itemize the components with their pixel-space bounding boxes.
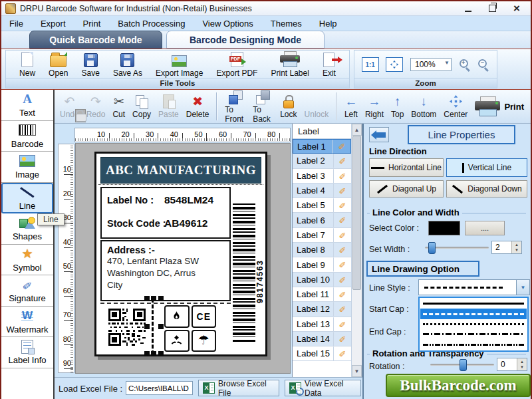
horizontal-line-button[interactable]: Horizontal Line xyxy=(369,158,444,177)
flammable-symbol[interactable] xyxy=(164,305,190,328)
edit-pencil-icon[interactable]: ✎ xyxy=(333,332,351,346)
more-colors-button[interactable]: .... xyxy=(465,221,505,235)
label-list-row[interactable]: Label 8✎ xyxy=(293,243,351,257)
browse-excel-button[interactable]: Browse Excel File xyxy=(198,380,279,396)
menu-item-themes[interactable]: Themes xyxy=(271,19,302,29)
label-address-box[interactable]: Address :- 470, Lenfant Plaza SW Washing… xyxy=(100,240,231,301)
line-style-option-dotted[interactable] xyxy=(420,319,527,329)
selected-line-object[interactable] xyxy=(152,299,154,354)
sidebar-item-signature[interactable]: ✎Signature xyxy=(1,275,53,307)
print-button[interactable]: Print xyxy=(475,96,525,116)
label-list-row[interactable]: Label 1✎ xyxy=(293,139,351,154)
selection-handle[interactable] xyxy=(158,324,164,329)
align-left-button[interactable]: ←Left xyxy=(344,94,358,119)
selection-handle[interactable] xyxy=(158,351,164,356)
close-icon[interactable]: × xyxy=(513,4,520,13)
sidebar-item-barcode[interactable]: Barcode xyxy=(1,121,53,152)
spinner-down-icon[interactable]: ▼ xyxy=(520,365,524,369)
zoom-one-to-one-button[interactable]: 1:1 xyxy=(362,57,379,72)
menu-item-print[interactable]: Print xyxy=(83,19,101,29)
edit-pencil-icon[interactable]: ✎ xyxy=(333,184,351,198)
tab-barcode-designing-mode[interactable]: Barcode Designing Mode xyxy=(166,31,325,49)
redo-button[interactable]: ↷Redo xyxy=(86,94,106,119)
edit-pencil-icon[interactable]: ✎ xyxy=(333,243,351,257)
width-slider[interactable] xyxy=(425,242,489,253)
zoom-level-select[interactable]: 100%▼ xyxy=(410,58,452,71)
minimize-icon[interactable] xyxy=(465,11,471,12)
zoom-out-icon[interactable]: − xyxy=(477,59,489,70)
align-top-button[interactable]: ↑Top xyxy=(391,94,404,119)
line-style-option-dash-dot-dot[interactable] xyxy=(420,340,527,350)
back-button[interactable] xyxy=(369,127,389,142)
align-bottom-button[interactable]: ↓Bottom xyxy=(411,94,436,119)
line-style-option-dashed[interactable] xyxy=(420,309,527,319)
menu-item-export[interactable]: Export xyxy=(41,19,66,29)
menu-item-batch-processing[interactable]: Batch Processing xyxy=(118,19,185,29)
label-list-row[interactable]: Label 6✎ xyxy=(293,213,351,227)
label-list-scrollbar[interactable]: ▲ ▼ xyxy=(351,124,362,377)
menu-item-view-options[interactable]: View Options xyxy=(202,19,253,29)
scrollbar-thumb[interactable] xyxy=(352,136,361,290)
edit-pencil-icon[interactable]: ✎ xyxy=(333,257,351,271)
label-list-row[interactable]: Label 2✎ xyxy=(293,154,351,168)
edit-pencil-icon[interactable]: ✎ xyxy=(333,228,351,242)
label-list-row[interactable]: Label 15✎ xyxy=(293,346,351,361)
spinner-up-icon[interactable]: ▲ xyxy=(515,243,519,247)
edit-pencil-icon[interactable]: ✎ xyxy=(333,198,351,212)
edit-pencil-icon[interactable]: ✎ xyxy=(333,154,351,168)
dropdown-chevron-icon[interactable]: ▼ xyxy=(516,280,529,295)
line-style-dropdown[interactable]: ▼ xyxy=(418,279,530,295)
cut-button[interactable]: ✂Cut xyxy=(112,94,125,119)
selection-handle[interactable] xyxy=(158,296,164,301)
export-pdf-button[interactable]: PDFExport PDF xyxy=(216,51,257,78)
edit-pencil-icon[interactable]: ✎ xyxy=(333,346,351,360)
new-button[interactable]: New xyxy=(19,51,35,78)
save-as-button[interactable]: Save As xyxy=(113,51,142,78)
handle-with-care-symbol[interactable] xyxy=(164,330,190,352)
label-list-row[interactable]: Label 3✎ xyxy=(293,169,351,184)
selection-handle[interactable] xyxy=(144,296,150,301)
sidebar-item-line[interactable]: Line xyxy=(1,183,53,214)
paste-button[interactable]: Paste xyxy=(158,94,179,119)
label-list-row[interactable]: Label 7✎ xyxy=(293,228,351,243)
label-info-box[interactable]: Label No : 8548LM24 Stock Code : AB49612 xyxy=(100,187,231,239)
spinner-up-icon[interactable]: ▲ xyxy=(520,360,524,364)
lock-button[interactable]: Lock xyxy=(280,94,297,119)
align-right-button[interactable]: →Right xyxy=(365,94,384,119)
label-list-row[interactable]: Label 10✎ xyxy=(293,273,351,287)
edit-pencil-icon[interactable]: ✎ xyxy=(333,273,351,287)
menu-item-help[interactable]: Help xyxy=(319,19,337,29)
exit-button[interactable]: Exit xyxy=(323,51,336,78)
sidebar-item-symbol[interactable]: ★Symbol xyxy=(1,245,53,276)
copy-button[interactable]: Copy xyxy=(132,94,151,119)
to-front-button[interactable]: To Front xyxy=(225,90,245,124)
line-style-option-dash-dot[interactable] xyxy=(420,329,527,339)
label-list-row[interactable]: Label 12✎ xyxy=(293,302,351,317)
label-list-row[interactable]: Label 14✎ xyxy=(293,332,351,346)
sidebar-item-label-info[interactable]: Label Info xyxy=(1,337,53,368)
menu-item-file[interactable]: File xyxy=(9,19,23,29)
scroll-up-icon[interactable]: ▲ xyxy=(352,124,362,136)
barcode-graphic[interactable] xyxy=(233,203,255,342)
view-excel-button[interactable]: View Excel Data xyxy=(285,380,361,396)
label-list-row[interactable]: Label 4✎ xyxy=(293,184,351,198)
selection-handle[interactable] xyxy=(144,324,150,329)
label-list-row[interactable]: Label 11✎ xyxy=(293,287,351,302)
edit-pencil-icon[interactable]: ✎ xyxy=(333,302,351,316)
width-spinner[interactable]: 2 ▲▼ xyxy=(491,241,522,254)
label-list-row[interactable]: Label 5✎ xyxy=(293,198,351,213)
save-button[interactable]: Save xyxy=(82,51,100,78)
label-list-row[interactable]: Label 9✎ xyxy=(293,257,351,272)
tab-quick-barcode-mode[interactable]: Quick Barcode Mode xyxy=(29,31,162,49)
zoom-in-icon[interactable]: + xyxy=(459,59,471,70)
edit-pencil-icon[interactable]: ✎ xyxy=(333,317,351,331)
selection-handle[interactable] xyxy=(151,296,156,301)
keep-dry-symbol[interactable]: ☂ xyxy=(192,330,217,352)
label-preview[interactable]: ABC MANUFACTURING Label No : 8548LM24 St… xyxy=(94,152,267,356)
edit-pencil-icon[interactable]: ✎ xyxy=(333,213,351,227)
spinner-down-icon[interactable]: ▼ xyxy=(515,248,519,252)
open-button[interactable]: Open xyxy=(49,51,68,78)
diagonal-up-button[interactable]: Diagonal Up xyxy=(369,180,444,198)
sidebar-item-watermark[interactable]: WWatermark xyxy=(1,307,53,338)
edit-pencil-icon[interactable]: ✎ xyxy=(333,169,351,183)
